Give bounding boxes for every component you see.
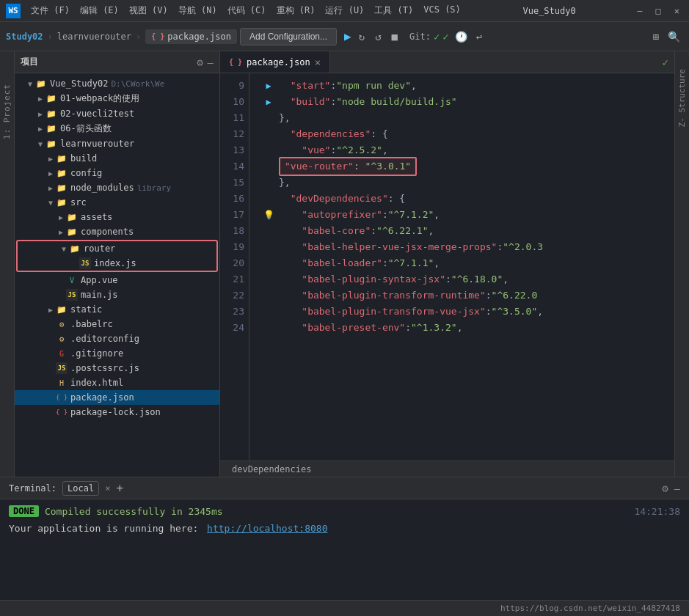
menu-vcs[interactable]: VCS (S) xyxy=(419,3,465,18)
window-title: Vue_Study0 xyxy=(471,6,627,16)
separator-2: › xyxy=(136,32,141,42)
menu-run[interactable]: 运行 (U) xyxy=(321,3,368,18)
app-url-link[interactable]: http://localhost:8080 xyxy=(207,523,327,534)
build-label: build xyxy=(70,153,97,164)
tree-index-html[interactable]: H index.html xyxy=(15,375,219,390)
gitignore-icon: G xyxy=(56,348,68,359)
left-panel-tab[interactable]: 1: Project xyxy=(0,51,15,477)
tree-postcssrc[interactable]: JS .postcssrc.js xyxy=(15,361,219,375)
terminal-app-line: Your application is running here: http:/… xyxy=(9,523,680,534)
stop-button[interactable]: ■ xyxy=(389,29,401,44)
line-17: 17 xyxy=(220,207,244,223)
webpack-folder-icon: 📁 xyxy=(45,93,57,105)
sidebar-settings-icon[interactable]: ⚙ xyxy=(197,56,203,68)
tree-static[interactable]: ▶ 📁 static xyxy=(15,302,219,317)
tree-router[interactable]: ▼ 📁 router xyxy=(18,241,216,256)
terminal-settings-icon[interactable]: ⚙ xyxy=(662,483,668,494)
git-check-2: ✓ xyxy=(442,31,448,43)
terminal-local-label: Local xyxy=(68,483,94,494)
refresh-button[interactable]: ↺ xyxy=(372,29,384,44)
router-highlight-box: ▼ 📁 router JS index.js xyxy=(16,240,218,272)
menu-edit[interactable]: 编辑 (E) xyxy=(76,3,123,18)
menu-view[interactable]: 视图 (V) xyxy=(125,3,172,18)
left-panel-label[interactable]: 1: Project xyxy=(1,81,13,142)
split-editor-button[interactable]: ⊞ xyxy=(650,29,662,44)
lvr-arrow: ▼ xyxy=(35,140,45,148)
tree-babelrc[interactable]: ⚙ .babelrc xyxy=(15,317,219,331)
maximize-button[interactable]: □ xyxy=(652,4,665,18)
sidebar: 项目 ⚙ — ▼ 📁 Vue_Study02 D:\CWork\We ▶ 📁 0… xyxy=(15,51,220,477)
code-line-12: "dependencies": { xyxy=(261,126,674,142)
tree-build[interactable]: ▶ 📁 build xyxy=(15,151,219,166)
tree-learnvuerouter[interactable]: ▼ 📁 learnvuerouter xyxy=(15,136,219,151)
editorconfig-icon: ⚙ xyxy=(56,333,68,345)
assets-label: assets xyxy=(81,212,112,222)
git-history-icon[interactable]: 🕐 xyxy=(452,29,470,44)
tree-webpack[interactable]: ▶ 📁 01-webpack的使用 xyxy=(15,91,219,106)
right-sidebar: Z- Structure xyxy=(674,51,689,477)
tree-components[interactable]: ▶ 📁 components xyxy=(15,224,219,239)
vuecli-label: 02-vuecli2test xyxy=(60,109,134,119)
tab-package-json[interactable]: { } package.json × xyxy=(220,51,330,73)
tree-app-vue[interactable]: V App.vue xyxy=(15,273,219,287)
tree-assets[interactable]: ▶ 📁 assets xyxy=(15,210,219,224)
mainjs-label: main.js xyxy=(81,290,118,300)
editor-breadcrumb: devDependencies xyxy=(220,461,674,477)
root-label: Vue_Study02 xyxy=(50,78,108,89)
src-arrow: ▼ xyxy=(45,199,56,207)
terminal-tab-local[interactable]: Local xyxy=(62,481,99,496)
project-name[interactable]: Study02 xyxy=(6,32,43,42)
git-check-1: ✓ xyxy=(434,31,440,43)
menu-file[interactable]: 文件 (F) xyxy=(26,3,74,18)
tab-label: package.json xyxy=(247,57,310,67)
line-22: 22 xyxy=(220,287,244,304)
components-label: components xyxy=(81,227,134,237)
tree-node-modules[interactable]: ▶ 📁 node_modules library xyxy=(15,180,219,195)
static-folder-icon: 📁 xyxy=(56,304,68,315)
code-line-21: "babel-plugin-syntax-jsx": "^6.18.0", xyxy=(261,271,674,287)
reload-button[interactable]: ↻ xyxy=(356,29,368,44)
tab-close-button[interactable]: × xyxy=(315,56,321,68)
breadcrumb-learnvuerouter[interactable]: learnvuerouter xyxy=(57,32,131,42)
code-line-24: "babel-preset-env": "^1.3.2", xyxy=(261,320,674,336)
editor-ok-icon: ✓ xyxy=(663,51,668,73)
right-sidebar-label[interactable]: Z- Structure xyxy=(676,66,688,130)
assets-arrow: ▶ xyxy=(56,213,66,221)
root-path: D:\CWork\We xyxy=(111,79,164,89)
code-area[interactable]: ▶ "start": "npm run dev", ▶ "build": "no… xyxy=(249,73,674,461)
tree-index-js[interactable]: JS index.js xyxy=(18,256,216,271)
tree-package-lock-json[interactable]: { } package-lock.json xyxy=(15,405,219,419)
main-toolbar: Study02 › learnvuerouter › { } package.j… xyxy=(0,22,689,51)
terminal-tab-close-button[interactable]: × xyxy=(105,483,110,494)
terminal-label: Terminal: xyxy=(9,483,56,494)
pkgjson-label: package.json xyxy=(70,392,134,403)
editor-content[interactable]: 9 10 11 12 13 14 15 16 17 18 19 20 21 22… xyxy=(220,73,674,461)
run-button[interactable]: ▶ xyxy=(344,29,351,43)
tree-main-js[interactable]: JS main.js xyxy=(15,287,219,302)
code-line-15: }, xyxy=(261,175,674,191)
tree-gitignore[interactable]: G .gitignore xyxy=(15,346,219,361)
terminal-add-button[interactable]: + xyxy=(116,481,123,495)
close-button[interactable]: ✕ xyxy=(671,4,683,18)
tree-src[interactable]: ▼ 📁 src xyxy=(15,195,219,210)
minimize-button[interactable]: — xyxy=(633,4,646,18)
code-line-14: "vue-router": "^3.0.1" xyxy=(261,158,674,175)
git-undo-icon[interactable]: ↩ xyxy=(473,29,485,44)
menu-navigate[interactable]: 导航 (N) xyxy=(174,3,222,18)
tree-package-json[interactable]: { } package.json xyxy=(15,390,219,405)
search-button[interactable]: 🔍 xyxy=(665,29,683,44)
tree-config[interactable]: ▶ 📁 config xyxy=(15,166,219,180)
menu-code[interactable]: 代码 (C) xyxy=(223,3,271,18)
tree-vuecli[interactable]: ▶ 📁 02-vuecli2test xyxy=(15,106,219,121)
terminal-minimize-icon[interactable]: — xyxy=(674,483,680,494)
sidebar-minus-icon[interactable]: — xyxy=(208,56,214,68)
add-configuration-button[interactable]: Add Configuration... xyxy=(240,28,337,45)
tree-root[interactable]: ▼ 📁 Vue_Study02 D:\CWork\We xyxy=(15,76,219,91)
tree-editorconfig[interactable]: ⚙ .editorconfig xyxy=(15,331,219,346)
tree-arrow-fn[interactable]: ▶ 📁 06-箭头函数 xyxy=(15,121,219,136)
menu-tools[interactable]: 工具 (T) xyxy=(370,3,418,18)
editorconfig-label: .editorconfig xyxy=(70,334,139,344)
menu-refactor[interactable]: 重构 (R) xyxy=(272,3,320,18)
line-20: 20 xyxy=(220,255,244,271)
run-controls: ▶ ↻ ↺ ■ xyxy=(344,29,401,44)
